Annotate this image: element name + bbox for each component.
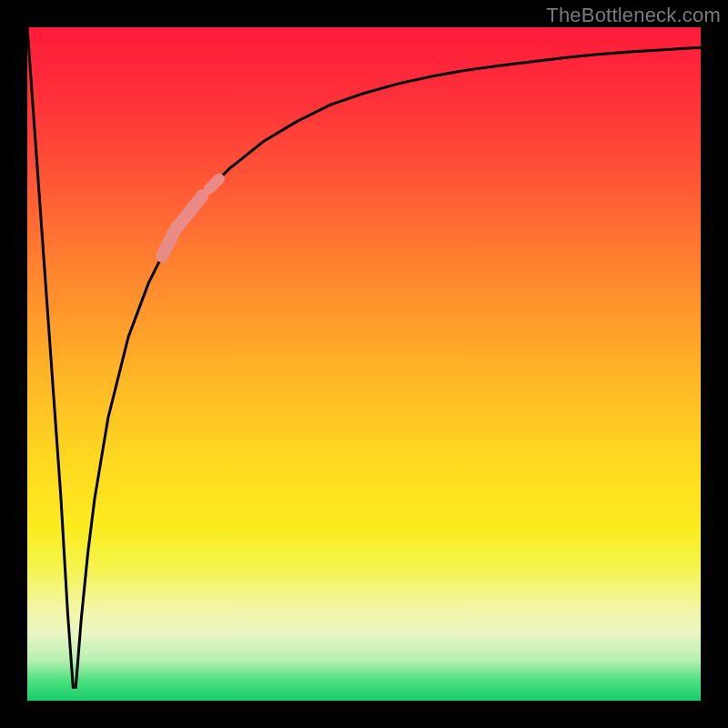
watermark-text: TheBottleneck.com (546, 4, 721, 27)
curve-highlight-segment (162, 196, 202, 257)
curve-highlight-dot (209, 179, 219, 189)
bottleneck-curve (27, 27, 701, 687)
curve-layer (27, 27, 701, 701)
chart-frame: TheBottleneck.com (0, 0, 728, 728)
